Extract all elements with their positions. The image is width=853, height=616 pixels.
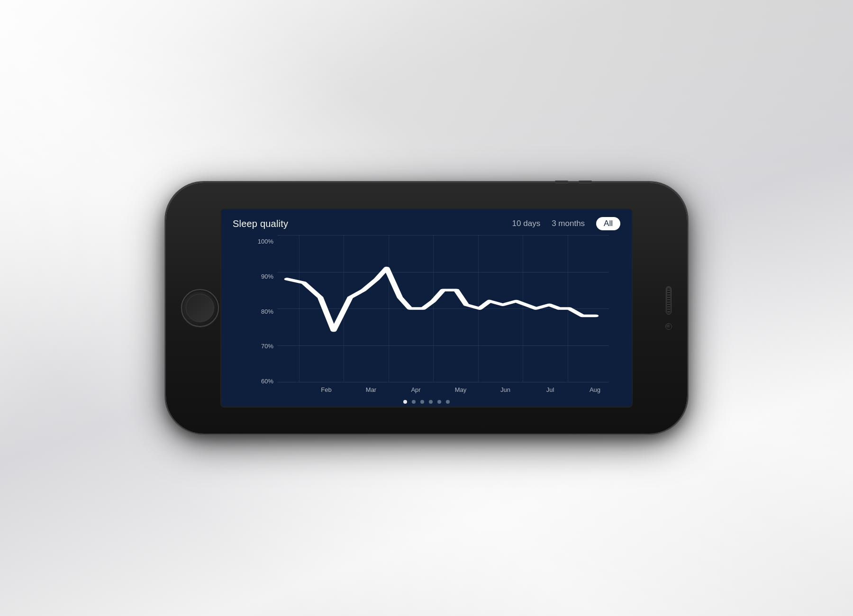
app-header: Sleep quality 10 days 3 months All xyxy=(221,209,632,235)
top-button-1 xyxy=(554,181,569,183)
filter-3months[interactable]: 3 months xyxy=(552,219,585,228)
speaker-grille xyxy=(666,286,672,315)
top-buttons xyxy=(554,181,592,183)
x-label-jul: Jul xyxy=(546,386,554,393)
camera xyxy=(665,323,672,330)
page-dot-5[interactable] xyxy=(437,400,441,404)
right-side-controls xyxy=(665,286,672,330)
x-label-mar: Mar xyxy=(366,386,376,393)
filter-options: 10 days 3 months All xyxy=(512,217,620,230)
chart-title: Sleep quality xyxy=(233,218,512,229)
x-label-may: May xyxy=(455,386,467,393)
y-axis: 100% 90% 80% 70% 60% xyxy=(250,235,277,382)
phone-screen: Sleep quality 10 days 3 months All 100% … xyxy=(220,208,633,408)
page-dot-4[interactable] xyxy=(429,400,433,404)
filter-10days[interactable]: 10 days xyxy=(512,219,541,228)
page-dots xyxy=(221,396,632,407)
phone-device: Sleep quality 10 days 3 months All 100% … xyxy=(166,182,687,434)
page-dot-2[interactable] xyxy=(412,400,416,404)
chart-line xyxy=(277,235,609,382)
x-axis: Feb Mar Apr May Jun Jul Aug xyxy=(277,383,609,396)
y-label-90: 90% xyxy=(250,273,277,280)
x-label-apr: Apr xyxy=(411,386,420,393)
phone-wrapper: Sleep quality 10 days 3 months All 100% … xyxy=(166,182,687,434)
y-label-70: 70% xyxy=(250,343,277,350)
x-label-feb: Feb xyxy=(321,386,331,393)
app-screen: Sleep quality 10 days 3 months All 100% … xyxy=(221,209,632,407)
y-label-60: 60% xyxy=(250,378,277,385)
y-label-100: 100% xyxy=(250,238,277,245)
chart-canvas: 100% 90% 80% 70% 60% xyxy=(250,235,620,396)
top-button-2 xyxy=(578,181,592,183)
home-button-inner xyxy=(186,294,214,322)
filter-all[interactable]: All xyxy=(596,217,620,230)
page-dot-1[interactable] xyxy=(403,400,407,404)
page-dot-3[interactable] xyxy=(420,400,424,404)
page-dot-6[interactable] xyxy=(446,400,450,404)
x-label-jun: Jun xyxy=(500,386,510,393)
chart-area: 100% 90% 80% 70% 60% xyxy=(221,235,632,396)
y-label-80: 80% xyxy=(250,308,277,315)
grid-line-60 xyxy=(277,382,609,382)
x-label-aug: Aug xyxy=(590,386,600,393)
home-button[interactable] xyxy=(181,289,219,327)
